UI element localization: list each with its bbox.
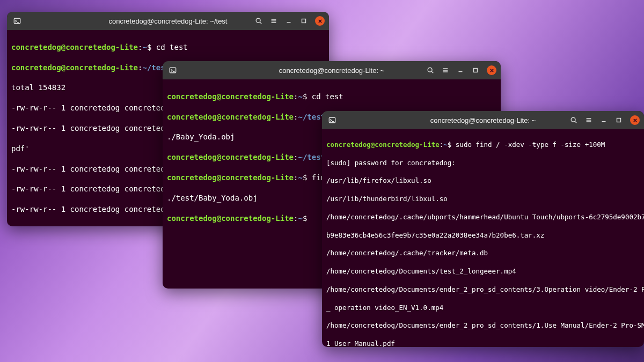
- terminal-icon: [167, 64, 179, 76]
- search-button[interactable]: [252, 14, 266, 28]
- output-line: /usr/lib/firefox/libxul.so: [326, 176, 640, 186]
- window-title: concretedog@concretedog-Lite: ~: [430, 116, 536, 124]
- prompt-user: concretedog@concretedog-Lite: [11, 43, 138, 51]
- output-line: /home/concretedog/.cache/tracker/meta.db: [326, 249, 640, 258]
- svg-rect-3: [170, 68, 175, 73]
- maximize-button[interactable]: [297, 14, 311, 28]
- window-title: concretedog@concretedog-Lite: ~/test: [109, 17, 228, 25]
- terminal-window-3[interactable]: concretedog@concretedog-Lite: ~ concrete…: [322, 111, 644, 347]
- output-line: _ operation video_EN_V1.0.mp4: [326, 304, 640, 313]
- svg-rect-5: [474, 69, 478, 72]
- svg-rect-0: [14, 18, 20, 24]
- terminal-body[interactable]: concretedog@concretedog-Lite:~$ sudo fin…: [322, 129, 644, 347]
- menu-button[interactable]: [582, 113, 596, 127]
- prompt-path: ~: [142, 43, 147, 51]
- output-line: 1_User Manual.pdf: [326, 339, 640, 347]
- menu-button[interactable]: [267, 14, 281, 28]
- svg-rect-8: [617, 119, 621, 122]
- search-button[interactable]: [567, 113, 581, 127]
- output-line: /usr/lib/thunderbird/libxul.so: [326, 195, 640, 204]
- terminal-icon: [326, 114, 338, 126]
- terminal-icon: [11, 15, 23, 27]
- titlebar-controls: [252, 14, 325, 28]
- output-line: /home/concretedog/Documents/ender_2_pro_…: [326, 285, 640, 294]
- svg-rect-6: [329, 117, 335, 123]
- maximize-button[interactable]: [469, 63, 482, 77]
- close-button[interactable]: [487, 65, 496, 75]
- window-title: concretedog@concretedog-Lite: ~: [279, 67, 384, 75]
- output-line: b9e83e36cb4e56c3fee9b7c35e0a22a2038ee34a…: [326, 231, 640, 240]
- search-button[interactable]: [423, 63, 437, 77]
- svg-point-4: [428, 68, 432, 72]
- titlebar[interactable]: concretedog@concretedog-Lite: ~: [163, 61, 501, 79]
- menu-button[interactable]: [438, 63, 452, 77]
- svg-point-7: [571, 117, 575, 122]
- output-line: /home/concretedog/.cache/ubports/hammerh…: [326, 213, 640, 222]
- minimize-button[interactable]: [597, 113, 611, 127]
- output-line: /home/concretedog/Documents/ender_2_pro_…: [326, 321, 640, 330]
- titlebar-controls: [567, 113, 640, 127]
- titlebar[interactable]: concretedog@concretedog-Lite: ~: [322, 111, 644, 129]
- svg-point-1: [256, 18, 260, 23]
- titlebar-controls: [423, 63, 496, 77]
- output-line: /home/concretedog/Documents/test_2_longe…: [326, 267, 640, 276]
- svg-rect-2: [302, 19, 306, 23]
- output-line: [sudo] password for concretedog:: [326, 159, 640, 168]
- command-text: cd test: [156, 43, 188, 51]
- maximize-button[interactable]: [612, 113, 626, 127]
- close-button[interactable]: [315, 16, 325, 26]
- titlebar[interactable]: concretedog@concretedog-Lite: ~/test: [7, 12, 329, 30]
- minimize-button[interactable]: [453, 63, 467, 77]
- close-button[interactable]: [630, 115, 640, 125]
- minimize-button[interactable]: [282, 14, 296, 28]
